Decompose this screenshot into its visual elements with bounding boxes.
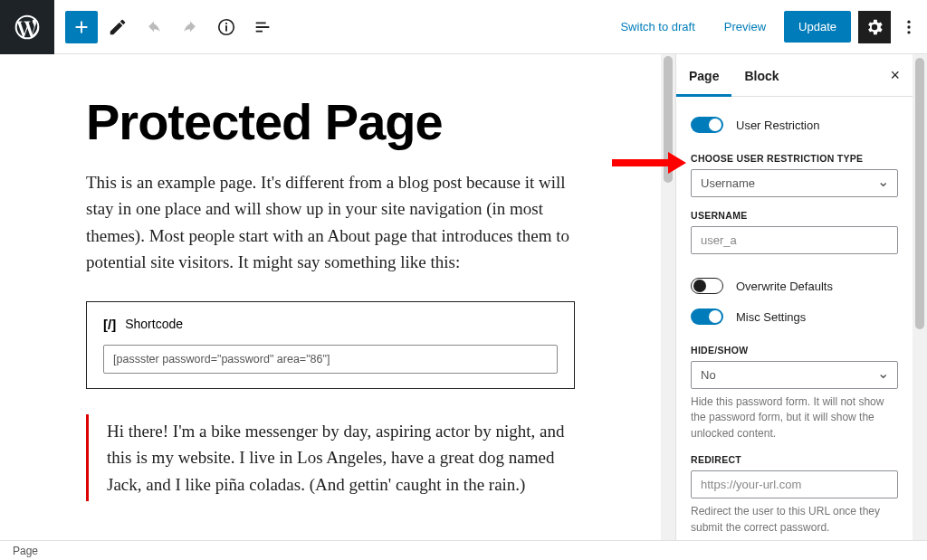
list-icon bbox=[253, 17, 272, 37]
edit-mode-button[interactable] bbox=[101, 11, 134, 43]
shortcode-icon: [/] bbox=[103, 317, 116, 332]
more-options-button[interactable] bbox=[898, 11, 920, 43]
paragraph-block[interactable]: This is an example page. It's different … bbox=[86, 169, 575, 276]
editor-scrollbar[interactable] bbox=[661, 54, 675, 540]
close-sidebar-button[interactable]: × bbox=[877, 66, 913, 85]
breadcrumb[interactable]: Page bbox=[13, 545, 38, 557]
misc-settings-label: Misc Settings bbox=[736, 310, 806, 324]
settings-button[interactable] bbox=[858, 11, 891, 43]
gear-icon bbox=[865, 17, 884, 37]
restriction-type-select[interactable]: Username bbox=[691, 169, 898, 197]
switch-to-draft-button[interactable]: Switch to draft bbox=[609, 13, 705, 41]
quote-block[interactable]: Hi there! I'm a bike messenger by day, a… bbox=[86, 414, 575, 501]
overwrite-defaults-label: Overwrite Defaults bbox=[736, 280, 833, 293]
shortcode-input[interactable] bbox=[103, 345, 558, 374]
update-button[interactable]: Update bbox=[784, 11, 851, 43]
undo-button bbox=[138, 11, 170, 43]
editor-canvas[interactable]: Protected Page This is an example page. … bbox=[0, 54, 661, 540]
redo-icon bbox=[180, 17, 200, 37]
redirect-help-text: Redirect the user to this URL once they … bbox=[691, 504, 898, 536]
tab-page[interactable]: Page bbox=[676, 54, 731, 96]
pencil-icon bbox=[108, 17, 128, 37]
user-restriction-toggle[interactable] bbox=[691, 117, 723, 133]
tab-block[interactable]: Block bbox=[731, 54, 791, 96]
hideshow-label: HIDE/SHOW bbox=[691, 345, 898, 356]
page-title[interactable]: Protected Page bbox=[86, 92, 575, 151]
overwrite-defaults-toggle[interactable] bbox=[691, 278, 723, 294]
sidebar-scrollbar[interactable] bbox=[913, 54, 927, 540]
redirect-label: REDIRECT bbox=[691, 454, 898, 465]
info-button[interactable] bbox=[210, 11, 243, 43]
username-input[interactable] bbox=[691, 226, 898, 254]
shortcode-block[interactable]: [/] Shortcode bbox=[86, 301, 575, 389]
outline-button[interactable] bbox=[246, 11, 279, 43]
preview-button[interactable]: Preview bbox=[713, 13, 777, 41]
svg-rect-1 bbox=[225, 25, 227, 31]
choose-restriction-type-label: CHOOSE USER RESTRICTION TYPE bbox=[691, 153, 898, 164]
vertical-dots-icon bbox=[900, 18, 918, 36]
svg-point-3 bbox=[907, 20, 910, 23]
undo-icon bbox=[144, 17, 164, 37]
svg-point-4 bbox=[907, 25, 910, 28]
redirect-input[interactable] bbox=[691, 470, 898, 498]
plus-icon bbox=[72, 17, 91, 37]
hideshow-help-text: Hide this password form. It will not sho… bbox=[691, 394, 898, 441]
shortcode-block-label: Shortcode bbox=[125, 317, 183, 331]
info-icon bbox=[216, 17, 236, 37]
wordpress-logo[interactable] bbox=[0, 0, 54, 54]
close-icon: × bbox=[890, 66, 900, 84]
svg-rect-2 bbox=[225, 22, 227, 24]
svg-point-5 bbox=[907, 31, 910, 33]
add-block-button[interactable] bbox=[65, 11, 98, 43]
redo-button bbox=[174, 11, 206, 43]
misc-settings-toggle[interactable] bbox=[691, 308, 723, 325]
wordpress-icon bbox=[13, 13, 42, 42]
user-restriction-label: User Restriction bbox=[736, 119, 819, 132]
username-label: USERNAME bbox=[691, 210, 898, 221]
hideshow-select[interactable]: No bbox=[691, 361, 898, 389]
